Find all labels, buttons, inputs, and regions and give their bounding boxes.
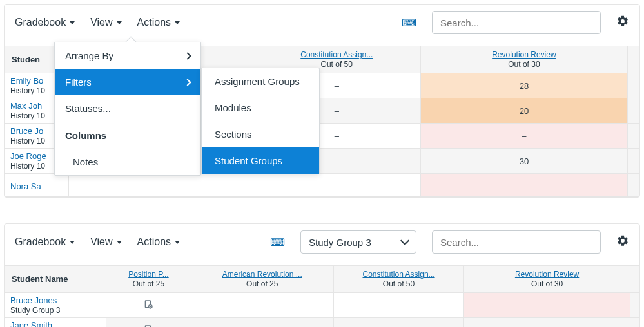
assignment-link[interactable]: Revolution Review [426,50,623,59]
grade-cell[interactable]: – [191,293,333,318]
caret-down-icon [175,241,180,244]
search-input[interactable] [432,230,601,254]
gear-icon[interactable] [616,234,629,250]
grade-cell[interactable]: – [333,318,464,328]
stub [630,318,639,328]
caret-down-icon [175,21,180,24]
col-assignment-2[interactable]: Constitution Assign... Out of 50 [333,266,464,293]
grade-table: Student Name Position P... Out of 25 Ame… [5,265,639,327]
chevron-down-icon [400,236,409,245]
grade-cell[interactable]: 28 [464,318,630,328]
grade-cell[interactable]: – [464,293,630,318]
student-name: Jane Smith [10,321,101,327]
stub [628,46,639,73]
keyboard-icon[interactable]: ⌨ [270,236,285,248]
view-label: View [90,17,112,28]
grade-cell[interactable]: – [420,124,628,149]
keyboard-icon[interactable]: ⌨ [402,17,416,29]
caret-down-icon [117,241,122,244]
col-student-name[interactable]: Student Name [5,266,106,293]
toolbar: Gradebook View Actions ⌨ Study Group 3 [5,224,639,265]
view-menu: Arrange By Filters Statuses... Columns N… [54,42,201,176]
chevron-right-icon [184,79,191,86]
stub [628,98,639,124]
student-name: Bruce Jones [10,295,101,305]
submenu-assignment-groups[interactable]: Assignment Groups [202,68,319,95]
stub [630,293,639,318]
student-section: History 10 [10,86,45,95]
filter-value: Study Group 3 [309,237,371,248]
grade-cell[interactable] [253,174,420,197]
out-of: Out of 30 [508,60,540,69]
out-of: Out of 30 [531,279,563,288]
menu-label: Statuses... [65,103,111,114]
gradebook-menu-button[interactable]: Gradebook [15,236,75,248]
assignment-link[interactable]: Position P... [112,270,186,279]
view-menu-button[interactable]: View [90,17,121,28]
menu-filters[interactable]: Filters [55,69,200,95]
student-cell[interactable]: Bruce JonesStudy Group 3 [5,293,106,318]
actions-menu-button[interactable]: Actions [137,236,180,248]
grade-cell[interactable]: 20 [420,98,628,124]
gradebook-label: Gradebook [15,17,66,28]
grade-cell[interactable] [420,174,628,197]
student-cell[interactable]: Jane SmithStudy Group 3 [5,318,106,328]
search-input[interactable] [432,11,601,34]
grade-cell[interactable] [68,174,253,197]
assignment-link[interactable]: Constitution Assign... [339,270,459,279]
menu-arrange-by[interactable]: Arrange By [55,42,200,69]
menu-label: Student Groups [215,155,282,166]
col-assignment-1[interactable]: American Revolution ... Out of 25 [191,266,333,293]
document-icon [143,299,153,312]
gradebook-menu-button[interactable]: Gradebook [15,17,75,28]
col-assignment-3[interactable]: Revolution Review Out of 30 [420,46,628,73]
grade-cell[interactable]: 30 [420,149,628,174]
student-name: Nora Sa [10,182,63,189]
student-section: History 10 [10,162,45,171]
stub [628,124,639,149]
out-of: Out of 50 [383,279,415,288]
menu-label: Arrange By [65,50,113,61]
submenu-sections[interactable]: Sections [202,121,319,147]
gradebook-panel-1: Gradebook View Actions ⌨ [4,4,640,198]
menu-label: Assignment Groups [215,76,300,87]
col-assignment-0[interactable]: Position P... Out of 25 [106,266,191,293]
student-group-filter[interactable]: Study Group 3 [300,230,416,254]
gradebook-panel-2: Gradebook View Actions ⌨ Study Group 3 [4,223,640,327]
stub [628,73,639,98]
stub [628,174,639,197]
toolbar: Gradebook View Actions ⌨ [5,5,639,46]
grade-cell[interactable] [106,293,191,318]
grade-cell[interactable] [106,318,191,328]
actions-label: Actions [137,17,171,28]
menu-statuses[interactable]: Statuses... [55,95,200,122]
menu-label: Sections [215,129,252,140]
view-label: View [90,236,112,248]
menu-label: Notes [73,156,98,167]
table-row: Nora Sa [5,174,639,197]
gear-icon[interactable] [616,15,629,31]
menu-notes[interactable]: Notes [55,149,200,175]
chevron-right-icon [184,52,191,59]
menu-label: Filters [65,77,92,88]
grade-cell[interactable]: – [191,318,333,328]
actions-menu-button[interactable]: Actions [137,17,180,28]
student-section: History 10 [10,111,45,120]
stub [628,149,639,174]
submenu-student-groups[interactable]: Student Groups [202,147,319,174]
grade-cell[interactable]: 28 [420,73,628,98]
assignment-link[interactable]: American Revolution ... [197,270,328,279]
col-assignment-3[interactable]: Revolution Review Out of 30 [464,266,630,293]
stub [630,266,639,293]
actions-label: Actions [137,236,171,248]
grade-cell[interactable]: – [333,293,464,318]
assignment-link[interactable]: Revolution Review [469,270,624,279]
table-row: Bruce JonesStudy Group 3––– [5,293,639,318]
assignment-link[interactable]: Constitution Assign... [259,50,415,59]
caret-down-icon [117,21,122,24]
document-icon [143,324,153,328]
student-cell[interactable]: Nora Sa [5,174,69,197]
view-menu-button[interactable]: View [90,236,121,248]
student-section: History 10 [10,136,45,145]
submenu-modules[interactable]: Modules [202,95,319,121]
